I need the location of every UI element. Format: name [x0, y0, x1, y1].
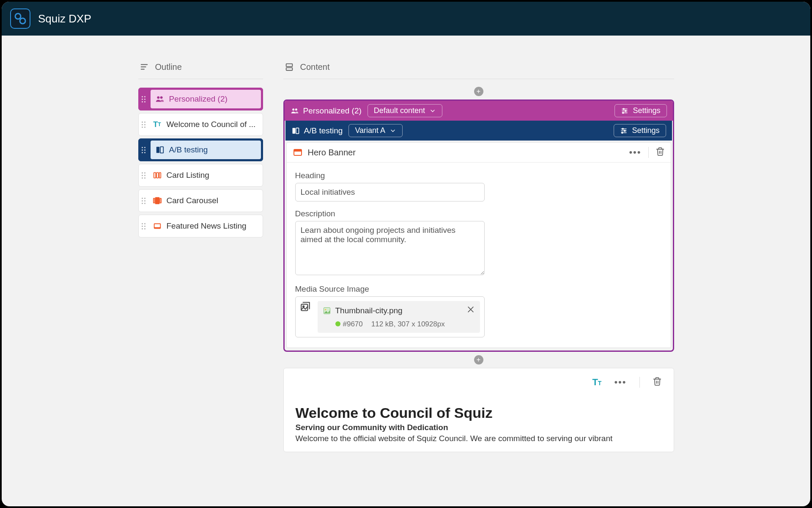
svg-rect-7	[156, 147, 159, 153]
status-dot-icon	[335, 321, 340, 326]
outline-list: Personalized (2) TT Welcome to Council o…	[138, 88, 263, 237]
text-block-title[interactable]: Welcome to Council of Squiz	[296, 405, 662, 421]
svg-point-5	[157, 96, 159, 99]
description-textarea[interactable]	[295, 221, 485, 275]
hero-banner-card: Hero Banner ••• Heading	[286, 142, 671, 348]
sliders-icon	[621, 107, 628, 115]
sidebar-item-personalized[interactable]: Personalized (2)	[138, 88, 263, 110]
drag-handle-icon[interactable]	[139, 113, 149, 135]
media-id: #9670	[335, 320, 363, 329]
chevron-down-icon	[429, 108, 436, 114]
content-panel: Content + Personalized (2) Default conte…	[283, 59, 674, 506]
media-filename: Thumbnail-city.png	[335, 306, 403, 315]
trash-icon	[656, 147, 665, 156]
delete-button[interactable]	[656, 147, 665, 158]
text-block-subtitle[interactable]: Serving our Community with Dedication	[296, 423, 662, 432]
svg-rect-9	[154, 173, 156, 178]
people-icon	[155, 94, 165, 104]
remove-media-button[interactable]	[466, 305, 475, 316]
personalized-block: Personalized (2) Default content Setting…	[283, 99, 674, 352]
app-window: Squiz DXP Outline Personali	[2, 2, 810, 506]
delete-button[interactable]	[653, 377, 662, 388]
insertion-point-top: +	[283, 86, 674, 97]
svg-point-1	[20, 18, 25, 24]
drag-handle-icon[interactable]	[139, 215, 149, 237]
card-carousel-icon	[152, 196, 162, 206]
text-block-card: TT ••• Welcome to Council of Squiz Servi…	[283, 368, 674, 452]
sidebar-item-ab-testing[interactable]: A/B testing	[138, 138, 263, 161]
svg-rect-10	[156, 173, 159, 178]
heading-input[interactable]	[295, 183, 485, 202]
component-title: Hero Banner	[293, 147, 356, 157]
sidebar-item-card-listing[interactable]: Card Listing	[138, 164, 263, 187]
drag-handle-icon[interactable]	[139, 190, 149, 212]
svg-point-32	[624, 130, 625, 131]
media-picker[interactable]: Thumbnail-city.png #9670 112 kB, 307	[295, 296, 485, 337]
svg-point-34	[622, 132, 623, 133]
outline-header: Outline	[138, 59, 263, 79]
svg-point-0	[15, 14, 21, 19]
text-block-body[interactable]: Welcome to the official website of Squiz…	[296, 434, 662, 443]
add-block-button[interactable]: +	[474, 87, 483, 96]
sidebar-item-label: Card Carousel	[167, 196, 219, 205]
sidebar-item-text[interactable]: TT Welcome to Council of ...	[138, 113, 263, 136]
drag-handle-icon[interactable]	[139, 88, 149, 110]
svg-rect-17	[286, 64, 292, 66]
ab-bar-label: A/B testing	[291, 126, 343, 135]
svg-rect-16	[154, 224, 160, 227]
app-title: Squiz DXP	[38, 12, 91, 25]
app-logo	[10, 8, 30, 29]
sidebar-item-featured-news[interactable]: Featured News Listing	[138, 215, 263, 237]
more-menu-button[interactable]: •••	[629, 147, 641, 158]
svg-point-26	[623, 112, 624, 113]
description-label: Description	[295, 209, 662, 218]
card-listing-icon	[152, 170, 162, 180]
drag-handle-icon[interactable]	[139, 164, 149, 186]
ab-variant-dropdown[interactable]: Variant A	[348, 124, 403, 137]
content-icon	[284, 62, 294, 72]
svg-point-20	[295, 108, 297, 110]
ab-bar: A/B testing Variant A Settings	[285, 121, 672, 141]
sidebar-item-label: Featured News Listing	[167, 221, 247, 231]
personalized-settings-button[interactable]: Settings	[614, 104, 667, 117]
svg-rect-28	[296, 128, 299, 133]
outline-panel: Outline Personalized (2)	[138, 59, 263, 506]
sidebar-item-label: Welcome to Council of ...	[167, 120, 256, 129]
people-icon	[291, 107, 299, 115]
svg-rect-36	[294, 149, 302, 152]
personalized-variant-dropdown[interactable]: Default content	[368, 104, 442, 117]
workarea: Outline Personalized (2)	[2, 36, 810, 506]
svg-rect-27	[292, 128, 295, 133]
sidebar-item-card-carousel[interactable]: Card Carousel	[138, 189, 263, 212]
featured-news-icon	[152, 221, 162, 231]
media-label: Media Source Image	[295, 284, 662, 294]
insertion-point-mid: +	[283, 354, 674, 365]
personalized-bar: Personalized (2) Default content Setting…	[285, 101, 673, 121]
sidebar-item-label: A/B testing	[169, 145, 208, 155]
svg-point-22	[623, 108, 625, 110]
svg-point-6	[160, 96, 162, 99]
more-menu-button[interactable]: •••	[614, 377, 626, 388]
personalized-bar-label: Personalized (2)	[291, 106, 362, 116]
squiz-logo-icon	[14, 12, 27, 25]
svg-rect-11	[159, 173, 161, 178]
outline-icon	[139, 62, 149, 72]
sidebar-item-label: Personalized (2)	[169, 94, 228, 104]
text-icon: TT	[152, 119, 162, 130]
svg-rect-12	[155, 198, 159, 204]
ab-settings-button[interactable]: Settings	[614, 124, 666, 137]
outline-header-label: Outline	[155, 62, 182, 72]
drag-handle-icon[interactable]	[139, 139, 149, 161]
text-format-button[interactable]: TT	[592, 377, 601, 388]
svg-rect-14	[160, 199, 161, 203]
content-header: Content	[283, 59, 674, 79]
media-details: 112 kB, 307 x 10928px	[371, 320, 445, 329]
add-block-button[interactable]: +	[474, 355, 483, 364]
svg-point-30	[623, 128, 624, 130]
heading-label: Heading	[295, 171, 662, 180]
chevron-down-icon	[390, 127, 396, 134]
hero-banner-icon	[293, 147, 303, 157]
image-thumb-icon	[323, 306, 331, 315]
sidebar-item-label: Card Listing	[167, 171, 209, 180]
svg-rect-13	[153, 199, 154, 203]
